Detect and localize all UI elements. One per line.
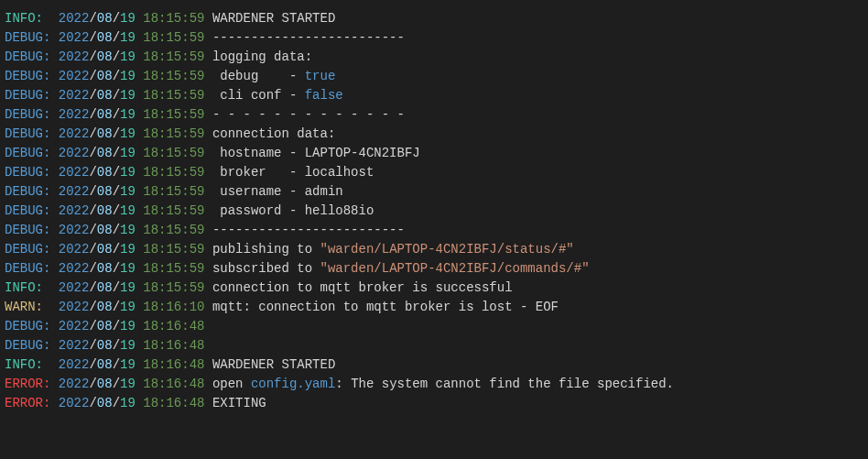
- date-separator: /: [89, 146, 96, 160]
- date-separator: /: [113, 261, 120, 276]
- date-separator: /: [113, 223, 120, 237]
- log-level: DEBUG:: [5, 126, 59, 141]
- log-level: DEBUG:: [5, 107, 59, 122]
- log-message-segment: cli conf -: [212, 88, 305, 103]
- date-separator: /: [113, 107, 120, 122]
- log-month: 08: [97, 357, 113, 372]
- log-level: DEBUG:: [5, 88, 59, 103]
- log-month: 08: [97, 203, 113, 218]
- log-month: 08: [97, 126, 113, 141]
- date-separator: /: [89, 30, 96, 45]
- log-level: DEBUG:: [5, 261, 59, 276]
- date-separator: /: [89, 88, 96, 103]
- log-message-segment: password - hello88io: [212, 203, 374, 218]
- log-day: 19: [120, 396, 136, 410]
- log-time: 18:15:59: [143, 242, 204, 257]
- date-separator: /: [113, 184, 120, 199]
- log-line: INFO: 2022/08/19 18:15:59 WARDENER START…: [5, 9, 863, 28]
- date-separator: /: [89, 203, 96, 218]
- log-level: ERROR:: [5, 396, 59, 410]
- log-month: 08: [97, 396, 113, 410]
- log-message-segment: connection to mqtt broker is successful: [212, 280, 513, 295]
- date-separator: /: [113, 11, 120, 26]
- log-level: DEBUG:: [5, 223, 59, 237]
- log-year: 2022: [59, 357, 90, 372]
- log-line: DEBUG: 2022/08/19 18:15:59 connection da…: [5, 125, 863, 144]
- log-message-segment: hostname - LAPTOP-4CN2IBFJ: [212, 146, 420, 160]
- date-separator: /: [113, 88, 120, 103]
- log-month: 08: [97, 30, 113, 45]
- log-day: 19: [120, 203, 136, 218]
- date-separator: /: [89, 107, 96, 122]
- log-time: 18:15:59: [143, 69, 204, 83]
- log-message-segment: false: [305, 88, 343, 103]
- log-day: 19: [120, 107, 136, 122]
- log-line: ERROR: 2022/08/19 18:16:48 EXITING: [5, 394, 863, 413]
- date-separator: /: [89, 357, 96, 372]
- log-time: 18:16:48: [143, 338, 204, 353]
- log-day: 19: [120, 242, 136, 257]
- log-message-segment: EXITING: [212, 396, 266, 410]
- log-month: 08: [97, 223, 113, 237]
- log-message-segment: -------------------------: [212, 30, 405, 45]
- log-level: DEBUG:: [5, 30, 59, 45]
- log-year: 2022: [59, 280, 90, 295]
- log-line: WARN: 2022/08/19 18:16:10 mqtt: connecti…: [5, 298, 863, 317]
- log-day: 19: [120, 146, 136, 160]
- log-day: 19: [120, 30, 136, 45]
- log-line: DEBUG: 2022/08/19 18:15:59 broker - loca…: [5, 163, 863, 182]
- date-separator: /: [113, 280, 120, 295]
- date-separator: /: [89, 300, 96, 314]
- date-separator: /: [89, 280, 96, 295]
- log-year: 2022: [59, 319, 90, 333]
- log-year: 2022: [59, 223, 90, 237]
- log-line: DEBUG: 2022/08/19 18:15:59 publishing to…: [5, 240, 863, 259]
- log-message-segment: : The system cannot find the file specif…: [335, 377, 674, 391]
- log-level: DEBUG:: [5, 338, 59, 353]
- log-year: 2022: [59, 88, 90, 103]
- log-time: 18:15:59: [143, 223, 204, 237]
- date-separator: /: [89, 69, 96, 83]
- log-time: 18:16:48: [143, 319, 204, 333]
- log-level: INFO:: [5, 357, 59, 372]
- date-separator: /: [113, 338, 120, 353]
- date-separator: /: [89, 11, 96, 26]
- log-line: INFO: 2022/08/19 18:15:59 connection to …: [5, 279, 863, 298]
- log-day: 19: [120, 280, 136, 295]
- date-separator: /: [113, 242, 120, 257]
- log-message-segment: subscribed to: [212, 261, 320, 276]
- log-time: 18:15:59: [143, 203, 204, 218]
- log-day: 19: [120, 300, 136, 314]
- date-separator: /: [113, 30, 120, 45]
- log-month: 08: [97, 377, 113, 391]
- date-separator: /: [113, 49, 120, 64]
- date-separator: /: [89, 319, 96, 333]
- date-separator: /: [113, 126, 120, 141]
- date-separator: /: [113, 203, 120, 218]
- log-year: 2022: [59, 69, 90, 83]
- log-month: 08: [97, 165, 113, 180]
- log-time: 18:15:59: [143, 49, 204, 64]
- log-line: DEBUG: 2022/08/19 18:15:59 username - ad…: [5, 182, 863, 202]
- date-separator: /: [89, 49, 96, 64]
- log-output: INFO: 2022/08/19 18:15:59 WARDENER START…: [5, 9, 863, 413]
- log-day: 19: [120, 126, 136, 141]
- log-level: INFO:: [5, 11, 59, 26]
- log-year: 2022: [59, 165, 90, 180]
- log-line: DEBUG: 2022/08/19 18:15:59 - - - - - - -…: [5, 105, 863, 125]
- log-line: DEBUG: 2022/08/19 18:15:59 -------------…: [5, 28, 863, 48]
- log-month: 08: [97, 11, 113, 26]
- log-message-segment: connection data:: [212, 126, 335, 141]
- log-month: 08: [97, 319, 113, 333]
- log-month: 08: [97, 49, 113, 64]
- log-year: 2022: [59, 396, 90, 410]
- log-level: DEBUG:: [5, 165, 59, 180]
- date-separator: /: [89, 165, 96, 180]
- log-month: 08: [97, 300, 113, 314]
- log-level: DEBUG:: [5, 49, 59, 64]
- log-level: DEBUG:: [5, 319, 59, 333]
- log-year: 2022: [59, 203, 90, 218]
- date-separator: /: [113, 146, 120, 160]
- log-line: DEBUG: 2022/08/19 18:16:48: [5, 317, 863, 336]
- log-day: 19: [120, 11, 136, 26]
